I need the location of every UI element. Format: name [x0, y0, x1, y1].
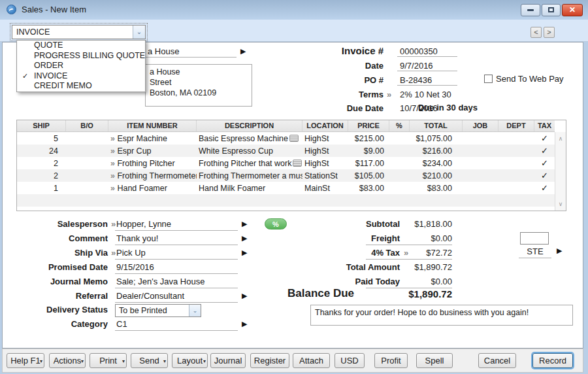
profit-button[interactable]: Profit [374, 353, 408, 368]
referral-field[interactable]: Dealer/Consultant [115, 291, 238, 303]
close-button[interactable]: ✕ [562, 4, 583, 16]
record-button[interactable]: Record [532, 353, 573, 368]
scroll-down-icon[interactable]: ∨ [555, 199, 566, 209]
spell-button[interactable]: Spell [416, 353, 453, 368]
button-label: Profit [381, 356, 400, 366]
category-field[interactable]: C1 [115, 319, 238, 331]
promised-date-field[interactable]: 9/15/2016 [115, 262, 238, 274]
attach-button[interactable]: Attach [293, 353, 330, 368]
tax-check-icon[interactable]: ✓ [534, 146, 555, 156]
paid-today-field[interactable]: $0.00 [366, 277, 452, 288]
po-number-field[interactable]: B-28436 [397, 75, 457, 86]
tax-check-icon[interactable]: ✓ [534, 171, 555, 180]
maximize-icon [548, 7, 554, 12]
tax-code-field[interactable]: STE [519, 246, 551, 258]
date-field[interactable]: 9/7/2016 [397, 61, 457, 71]
journal-memo-field[interactable]: Sale; Jen's Java House [115, 277, 238, 288]
table-row[interactable]: 2 » Frothing Thermometer Frothing Thermo… [17, 169, 555, 182]
table-row[interactable]: 24 » Espr Cup White Espresso Cup HighSt … [17, 144, 555, 157]
select-list-icon[interactable]: » [110, 171, 115, 180]
delivery-status-select[interactable]: To be Printed ⌄ [115, 304, 201, 317]
menu-item-label: ORDER [34, 61, 63, 70]
detail-arrow-icon[interactable]: ▶ [242, 234, 247, 243]
select-list-icon[interactable]: » [110, 184, 115, 193]
percent-discount-button[interactable]: % [265, 218, 287, 230]
detail-arrow-icon[interactable]: ▶ [242, 320, 247, 328]
nav-next-button[interactable]: > [544, 27, 555, 38]
menu-item-invoice[interactable]: ✓INVOICE [17, 71, 145, 82]
category-label: Category [0, 319, 108, 329]
menu-item-order[interactable]: ORDER [17, 61, 145, 71]
button-label: Spell [425, 356, 444, 366]
memo-icon[interactable] [289, 135, 299, 142]
select-list-icon[interactable]: » [110, 134, 115, 143]
journal-memo-label: Journal Memo [0, 277, 108, 286]
due-date-label: Due Date [305, 103, 384, 113]
tax-check-icon[interactable]: ✓ [534, 133, 555, 143]
detail-arrow-icon[interactable]: ▶ [242, 220, 247, 228]
col-price: PRICE [348, 120, 389, 131]
menu-item-label: INVOICE [34, 71, 67, 80]
scroll-up-icon[interactable]: ∧ [555, 133, 566, 144]
col-percent: % [389, 120, 410, 131]
detail-arrow-icon[interactable]: ▶ [557, 246, 562, 255]
menu-item-label: CREDIT MEMO [34, 81, 92, 90]
description-cell[interactable]: Hand Milk Foamer [197, 184, 302, 193]
freight-field[interactable]: $0.00 [366, 233, 452, 245]
tax-check-icon[interactable]: ✓ [534, 158, 555, 168]
empty-row[interactable] [17, 194, 555, 207]
detail-arrow-icon[interactable]: ▶ [240, 47, 246, 56]
chevron-down-icon[interactable]: ⌄ [133, 26, 145, 39]
print-button[interactable]: Print▾ [90, 353, 127, 368]
salesperson-field[interactable]: Hopper, Lynne [115, 219, 238, 231]
tax-field[interactable]: $72.72 [366, 248, 452, 260]
table-row[interactable]: 5 » Espr Machine Basic Espresso Machine … [17, 132, 555, 144]
salesperson-label: Salesperson [0, 219, 108, 229]
tax-code-box[interactable] [520, 232, 549, 245]
menu-item-credit-memo[interactable]: CREDIT MEMO [17, 81, 145, 92]
detail-arrow-icon[interactable]: ▶ [242, 248, 247, 257]
titlebar: Sales - New Item ✕ [0, 0, 588, 20]
menu-item-quote[interactable]: QUOTE [17, 41, 145, 51]
chevron-down-icon[interactable]: ⌄ [189, 305, 201, 316]
minimize-button[interactable] [521, 4, 540, 16]
description-cell[interactable]: Frothing Thermometer a mus [197, 171, 302, 180]
sale-type-combobox[interactable]: INVOICE ⌄ [12, 25, 146, 39]
send-to-web-pay-label: Send To Web Pay [496, 74, 564, 84]
select-list-icon[interactable]: » [387, 90, 391, 99]
select-list-icon[interactable]: » [110, 146, 115, 156]
menu-item-progress-billing-quote[interactable]: PROGRESS BILLING QUOTE [17, 51, 145, 61]
layout-button[interactable]: Layout▾ [172, 353, 208, 368]
send-button[interactable]: Send▾ [131, 353, 168, 368]
ship-to-address-box[interactable]: a House Street Boston, MA 02109 [145, 64, 252, 107]
ship-via-field[interactable]: Pick Up [115, 248, 238, 260]
date-label: Date [305, 61, 384, 71]
nav-prev-button[interactable]: < [531, 27, 542, 38]
description-cell[interactable]: White Espresso Cup [197, 146, 302, 156]
maximize-button[interactable] [542, 4, 561, 16]
customer-message-field[interactable]: Thanks for your order! Hope to do busine… [310, 305, 573, 326]
button-label: Help F1 [10, 356, 41, 366]
actions-button[interactable]: Actions▾ [49, 353, 86, 368]
terms-field[interactable]: 2% 10 Net 30 [400, 90, 451, 99]
memo-icon[interactable] [293, 160, 302, 167]
table-row[interactable]: 1 » Hand Foamer Hand Milk Foamer MainSt … [17, 182, 555, 194]
journal-button[interactable]: Journal [210, 353, 246, 368]
cancel-button[interactable]: Cancel [478, 353, 516, 368]
send-to-web-pay-checkbox[interactable] [484, 75, 493, 83]
invoice-number-field[interactable]: 00000350 [397, 46, 457, 57]
detail-arrow-icon[interactable]: ▶ [242, 292, 247, 300]
menu-item-label: QUOTE [34, 41, 63, 50]
customer-field[interactable]: a House [148, 46, 179, 56]
register-button[interactable]: Register [250, 353, 289, 368]
usd-button[interactable]: USD [335, 353, 365, 368]
table-scrollbar[interactable]: ∧ ∨ [555, 132, 566, 211]
button-label: USD [340, 356, 358, 366]
select-list-icon[interactable]: » [110, 159, 115, 168]
tax-check-icon[interactable]: ✓ [534, 183, 555, 193]
col-item-number: ITEM NUMBER [108, 120, 197, 131]
minimize-icon [527, 9, 534, 11]
help-button[interactable]: Help F1▾ [7, 353, 44, 368]
comment-field[interactable]: Thank you! [115, 233, 238, 245]
table-row[interactable]: 2 » Frothing Pitcher Frothing Pitcher th… [17, 157, 555, 169]
